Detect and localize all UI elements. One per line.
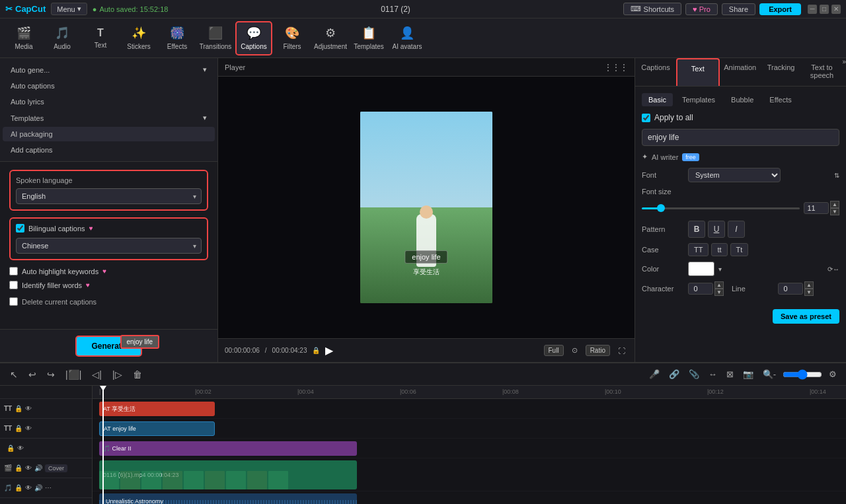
crop-button[interactable]: ⊠ [724,368,736,380]
track-eye-2[interactable]: 👁 [25,425,32,432]
sidebar-item-auto-gen[interactable]: Auto gene... ▾ [3,62,215,77]
line-decrement[interactable]: ▼ [804,289,814,296]
play-button[interactable]: ▶ [325,344,333,357]
timeline-zoom-slider[interactable] [783,369,822,380]
zoom-out-btn[interactable]: 🔍- [760,368,779,380]
line-input[interactable] [778,283,803,295]
trim-right-button[interactable]: |▷ [109,367,126,382]
uppercase-button[interactable]: TT [688,243,709,256]
tool-adjustment[interactable]: ⚙ Adjustment [312,21,349,55]
track-audio-4[interactable]: 🔊 [34,464,42,472]
full-button[interactable]: Full [544,345,564,356]
undo-button[interactable]: ↩ [25,367,40,382]
split-button[interactable]: |⬛| [62,367,85,382]
tool-audio[interactable]: 🎵 Audio [44,21,81,55]
expand-icon[interactable]: » [842,58,846,86]
tool-captions[interactable]: 💬 Captions [235,21,272,55]
trim-left-button[interactable]: ◁| [89,367,105,382]
font-size-input[interactable] [804,202,829,214]
clip-button[interactable]: 📎 [686,368,702,380]
italic-button[interactable]: I [728,221,745,238]
track-lock-5[interactable]: 🔒 [15,484,22,491]
sidebar-item-auto-lyrics[interactable]: Auto lyrics [3,94,215,109]
cursor-tool[interactable]: ↖ [7,367,21,382]
restore-button[interactable]: □ [820,5,829,14]
bold-button[interactable]: B [688,221,705,238]
tab-animation[interactable]: Animation [720,58,761,86]
color-dropdown-icon[interactable]: ▾ [718,266,722,273]
underline-button[interactable]: U [708,221,725,238]
preview-text-button[interactable]: enjoy life [120,335,159,349]
character-input[interactable] [688,283,713,295]
apply-to-all-checkbox[interactable] [642,114,650,122]
settings-btn[interactable]: ⚙ [826,368,839,380]
tab-captions[interactable]: Captions [635,58,676,86]
sub-tab-bubble[interactable]: Bubble [724,93,760,106]
tab-tracking[interactable]: Tracking [761,58,802,86]
clip-effect[interactable]: 🎵 Clear II [99,441,357,456]
snapshot-button[interactable]: 📷 [740,368,756,380]
track-eye-1[interactable]: 👁 [25,405,32,412]
clip-video[interactable]: 0116 (6)(1).mp4 00:00:04:23 [99,460,357,489]
export-button[interactable]: Export [759,3,801,15]
delete-button[interactable]: 🗑 [130,367,145,382]
fullscreen-button[interactable]: ⛶ [615,345,628,356]
color-expand-icon[interactable]: ⟳↔ [827,266,839,273]
tool-templates[interactable]: 📋 Templates [350,21,387,55]
font-size-increment[interactable]: ▲ [830,201,839,208]
track-lock-4[interactable]: 🔒 [15,464,22,472]
font-size-slider[interactable] [642,207,800,209]
tool-effects[interactable]: 🎆 Effects [159,21,196,55]
delete-captions-checkbox[interactable] [9,297,18,306]
cover-label[interactable]: Cover [45,464,67,472]
identify-filler-checkbox[interactable] [9,281,18,289]
sidebar-item-add-captions[interactable]: Add captions [3,143,215,157]
font-size-decrement[interactable]: ▼ [830,208,839,215]
tool-ai-avatars[interactable]: 👤 AI avatars [389,21,426,55]
sidebar-item-ai-packaging[interactable]: AI packaging [3,127,215,141]
bilingual-language-select[interactable]: Chinese [16,238,202,254]
track-more-5[interactable]: ⋯ [45,484,52,491]
menu-button[interactable]: Menu ▾ [51,3,87,15]
line-increment[interactable]: ▲ [804,281,814,289]
redo-button[interactable]: ↪ [44,367,58,382]
color-swatch[interactable] [688,262,714,276]
pro-button[interactable]: ♥ Pro [685,3,718,15]
tab-text-to-speech[interactable]: Text to speech [802,58,843,86]
lowercase-button[interactable]: tt [711,243,727,256]
track-lock-2[interactable]: 🔒 [15,425,22,432]
tab-text[interactable]: Text [676,58,720,86]
tool-text[interactable]: T Text [82,21,119,55]
tool-media[interactable]: 🎬 Media [5,21,42,55]
save-preset-button[interactable]: Save as preset [773,309,839,324]
sidebar-item-auto-captions[interactable]: Auto captions [3,79,215,93]
shortcuts-button[interactable]: ⌨ Shortcuts [623,3,681,15]
minimize-button[interactable]: ─ [808,5,817,14]
mic-button[interactable]: 🎤 [646,368,662,380]
track-eye-4[interactable]: 👁 [25,464,32,472]
close-button[interactable]: ✕ [831,5,841,14]
tool-transitions[interactable]: ⬛ Transitions [197,21,234,55]
clip-english-text[interactable]: AT enjoy life [99,421,215,436]
char-increment[interactable]: ▲ [714,281,724,289]
track-lock-1[interactable]: 🔒 [15,405,22,412]
font-select[interactable]: System [688,168,781,182]
track-vol-5[interactable]: 🔊 [34,484,42,491]
spoken-language-select[interactable]: English [16,188,202,204]
titlecase-button[interactable]: Tt [730,243,749,256]
ratio-button[interactable]: Ratio [586,345,610,356]
share-button[interactable]: Share [722,3,755,15]
bilingual-checkbox[interactable] [16,224,24,233]
track-eye-5[interactable]: 👁 [25,484,32,491]
clip-audio[interactable]: Unrealistic Astronomy [99,493,357,504]
tool-filters[interactable]: 🎨 Filters [274,21,311,55]
link-button[interactable]: 🔗 [666,368,682,380]
track-lock-3[interactable]: 🔒 [7,445,15,452]
sub-tab-effects[interactable]: Effects [763,93,798,106]
char-decrement[interactable]: ▼ [714,289,724,296]
sidebar-item-templates[interactable]: Templates ▾ [3,110,215,126]
caption-text-input[interactable] [642,129,839,146]
auto-highlight-checkbox[interactable] [9,267,18,275]
transition-btn[interactable]: ↔ [706,368,720,380]
tool-stickers[interactable]: ✨ Stickers [120,21,157,55]
